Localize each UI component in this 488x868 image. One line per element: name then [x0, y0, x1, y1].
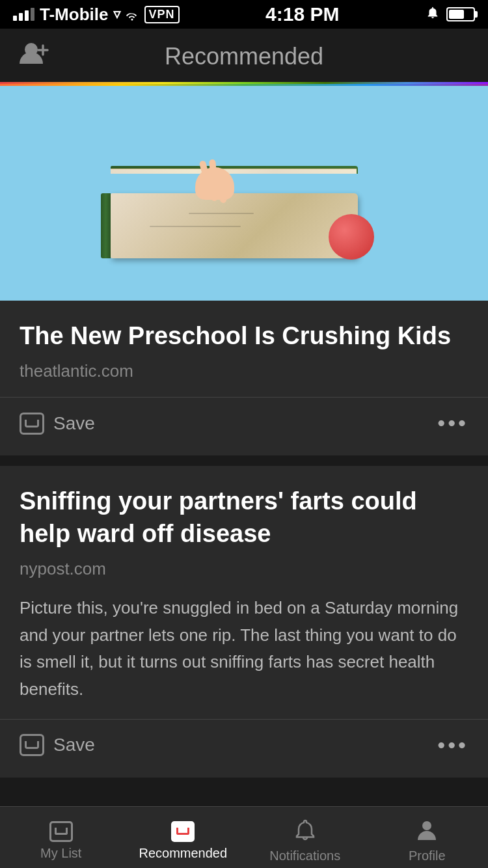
tab-notifications[interactable]: Notifications: [244, 812, 366, 863]
article-actions: Save •••: [0, 411, 488, 455]
tab-recommended[interactable]: Recommended: [122, 815, 245, 861]
pocket-save-icon: [20, 734, 44, 756]
battery-icon: [446, 7, 475, 21]
add-user-button[interactable]: [20, 40, 49, 72]
tab-recommended-label: Recommended: [139, 846, 227, 861]
status-bar: T-Mobile ▿️ VPN 4:18 PM: [0, 0, 488, 29]
article-actions: Save •••: [0, 733, 488, 778]
carrier-label: T-Mobile: [40, 5, 108, 25]
tab-my-list[interactable]: My List: [0, 815, 122, 861]
signal-bars-icon: [13, 8, 34, 21]
status-time: 4:18 PM: [265, 3, 339, 25]
divider: [0, 719, 488, 720]
vpn-badge: VPN: [144, 6, 180, 23]
svg-point-3: [422, 821, 431, 830]
article-image[interactable]: [0, 86, 488, 301]
tab-notifications-label: Notifications: [269, 848, 340, 863]
save-button[interactable]: Save: [20, 734, 95, 756]
content-area: The New Preschool Is Crushing Kids theat…: [0, 86, 488, 850]
nav-header: Recommended: [0, 29, 488, 86]
more-button[interactable]: •••: [437, 411, 468, 436]
my-list-icon: [49, 821, 73, 842]
article-content: Sniffing your partners' farts could help…: [0, 466, 488, 579]
recommended-icon: [171, 821, 195, 842]
status-left: T-Mobile ▿️ VPN: [13, 5, 180, 25]
person-icon: [416, 819, 438, 845]
article-source: theatlantic.com: [20, 361, 468, 381]
pocket-save-icon: [20, 413, 44, 435]
save-button[interactable]: Save: [20, 413, 95, 435]
wifi-icon: ▿️: [113, 6, 139, 23]
bell-icon: [294, 819, 316, 845]
tab-profile[interactable]: Profile: [366, 812, 489, 863]
tab-profile-label: Profile: [409, 848, 446, 863]
tab-bar: My List Recommended Notifications Profil…: [0, 806, 488, 868]
tab-my-list-label: My List: [40, 846, 81, 861]
article-card: The New Preschool Is Crushing Kids theat…: [0, 86, 488, 455]
status-right: [426, 5, 475, 23]
article-thumbnail: [75, 115, 413, 271]
article-card: Sniffing your partners' farts could help…: [0, 466, 488, 777]
article-source: nypost.com: [20, 559, 468, 579]
article-content: The New Preschool Is Crushing Kids theat…: [0, 301, 488, 381]
article-title[interactable]: Sniffing your partners' farts could help…: [20, 485, 468, 550]
article-title[interactable]: The New Preschool Is Crushing Kids: [20, 320, 468, 352]
save-label: Save: [53, 735, 95, 755]
divider: [0, 397, 488, 398]
save-label: Save: [53, 413, 95, 434]
article-body: Picture this, you're snuggled in bed on …: [0, 595, 488, 718]
page-title: Recommended: [165, 43, 323, 70]
more-button[interactable]: •••: [437, 733, 468, 758]
alarm-icon: [426, 5, 440, 23]
